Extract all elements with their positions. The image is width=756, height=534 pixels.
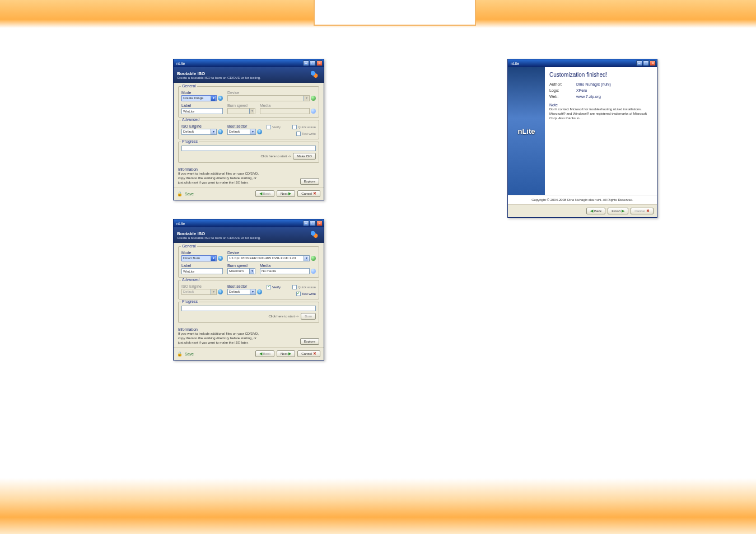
burnspeed-label: Burn speed (227, 264, 255, 268)
explore-button[interactable]: Explore (300, 338, 319, 345)
eject-icon[interactable] (311, 109, 316, 114)
verify-checkbox: Verify (267, 125, 281, 129)
chevron-down-icon: ▾ (211, 129, 216, 134)
label-input[interactable] (181, 108, 223, 114)
mode-select[interactable]: Create Image ▾ (181, 95, 217, 101)
burnspeed-select[interactable]: Maximum ▾ (227, 268, 255, 274)
cancel-button[interactable]: Cancel✖ (297, 190, 320, 197)
progress-fieldset: Progress Click here to start -> Make ISO (178, 142, 319, 163)
wizard-footer: 🔒 Save ◀Back Next▶ Cancel✖ (174, 187, 324, 200)
finished-title: Customization finished! (549, 72, 652, 78)
quick-erase-checkbox: Quick erase (292, 285, 316, 289)
titlebar-text: nLite (175, 62, 303, 65)
iso-engine-select: Default ▾ (181, 289, 217, 295)
next-button[interactable]: Next▶ (277, 350, 295, 357)
save-link[interactable]: Save (185, 192, 194, 196)
boot-sector-label: Boot sector (227, 284, 262, 288)
lock-icon: 🔒 (177, 191, 183, 196)
help-icon[interactable]: ? (257, 129, 262, 134)
device-select: ▾ (227, 95, 310, 101)
bottom-orange-band (0, 478, 756, 534)
close-button[interactable]: × (650, 60, 656, 66)
eject-icon[interactable] (311, 269, 316, 274)
next-button[interactable]: Next▶ (277, 190, 295, 197)
top-tab-cutout (314, 0, 476, 26)
device-select[interactable]: 1:1:0,F: PIONEER DVD-RW DVR-111D 1.23 ▾ (227, 255, 310, 261)
general-legend: General (181, 244, 197, 248)
media-display (260, 108, 310, 114)
wizard-footer: ◀Back Finish▶ Cancel✖ (508, 204, 657, 217)
cancel-button[interactable]: Cancel✖ (297, 350, 320, 357)
verify-checkbox[interactable]: Verify (267, 285, 281, 289)
label-input[interactable] (181, 268, 223, 274)
information-title: Information (178, 327, 297, 331)
help-icon[interactable]: ? (218, 96, 223, 101)
advanced-fieldset: Advanced ISO Engine Default ▾ ? Boot sec… (178, 120, 319, 139)
help-icon[interactable]: ? (218, 256, 223, 261)
progress-legend: Progress (181, 139, 199, 143)
header-title: Bootable ISO (177, 71, 308, 76)
help-icon[interactable]: ? (257, 289, 262, 294)
finish-button[interactable]: Finish▶ (608, 208, 628, 214)
information-title: Information (178, 167, 297, 171)
cancel-button: Cancel✖ (631, 208, 654, 214)
test-write-checkbox: Test write (296, 132, 316, 136)
titlebar-text: nLite (509, 62, 636, 65)
test-write-checkbox[interactable]: Test write (296, 292, 316, 296)
close-button[interactable]: × (316, 221, 323, 226)
make-iso-button[interactable]: Make ISO (293, 153, 316, 160)
device-label: Device (227, 91, 316, 95)
help-icon[interactable]: ? (218, 129, 223, 134)
titlebar[interactable]: nLite – □ × (174, 59, 324, 67)
maximize-button[interactable]: □ (643, 60, 649, 66)
nlite-dialog-create-image: nLite – □ × Bootable ISO Create a bootab… (173, 59, 324, 200)
information-text: If you want to include additional files … (178, 331, 262, 345)
chevron-down-icon: ▾ (211, 256, 216, 261)
mode-select[interactable]: Direct Burn ▾ (181, 255, 217, 261)
minimize-button[interactable]: – (303, 60, 309, 66)
general-legend: General (181, 84, 197, 88)
media-label: Media (260, 264, 316, 268)
finished-sidebar: nLite (508, 67, 545, 195)
mode-label: Mode (181, 251, 223, 255)
logo-value: XPero (576, 88, 652, 92)
copyright-text: Copyright © 2004-2008 Dino Nuhagic aka n… (508, 195, 657, 204)
nlite-brand-text: nLite (517, 127, 535, 135)
refresh-icon[interactable] (311, 96, 316, 101)
boot-sector-select[interactable]: Default ▾ (227, 129, 256, 135)
boot-sector-select[interactable]: Default ▾ (227, 289, 256, 295)
refresh-icon[interactable] (311, 256, 316, 261)
progress-legend: Progress (181, 299, 199, 303)
titlebar[interactable]: nLite – □ × (508, 59, 657, 67)
boot-sector-label: Boot sector (227, 124, 262, 128)
back-button[interactable]: ◀Back (586, 208, 605, 214)
maximize-button[interactable]: □ (310, 221, 316, 226)
iso-engine-select[interactable]: Default ▾ (181, 129, 217, 135)
web-value[interactable]: www.7-zip.org (576, 95, 652, 99)
note-body: Don't contact Microsoft for troubleshoot… (549, 107, 652, 120)
logo-key: Logo: (549, 88, 576, 92)
note-title: Note (549, 103, 652, 107)
chevron-down-icon: ▾ (304, 256, 309, 261)
header-subtitle: Create a bootable ISO to burn on CD/DVD … (177, 76, 308, 79)
chevron-down-icon: ▾ (249, 109, 254, 114)
web-key: Web: (549, 95, 576, 99)
mode-label: Mode (181, 91, 223, 95)
maximize-button[interactable]: □ (310, 60, 316, 66)
click-to-start-text: Click here to start -> (268, 315, 298, 318)
quick-erase-checkbox: Quick erase (292, 125, 316, 129)
titlebar[interactable]: nLite – □ × (174, 219, 324, 227)
explore-button[interactable]: Explore (300, 178, 319, 185)
close-button[interactable]: × (316, 60, 323, 66)
minimize-button[interactable]: – (303, 221, 309, 226)
information-text: If you want to include additional files … (178, 171, 262, 185)
titlebar-text: nLite (175, 222, 303, 226)
chevron-down-icon: ▾ (211, 289, 216, 294)
save-link[interactable]: Save (185, 352, 194, 356)
general-fieldset: General Mode Direct Burn ▾ ? Device (178, 246, 319, 278)
chevron-down-icon: ▾ (249, 269, 254, 274)
minimize-button[interactable]: – (636, 60, 642, 66)
help-icon[interactable]: ? (218, 289, 223, 294)
label-label: Label (181, 264, 223, 268)
nlite-dialog-direct-burn: nLite – □ × Bootable ISO Create a bootab… (173, 219, 324, 360)
